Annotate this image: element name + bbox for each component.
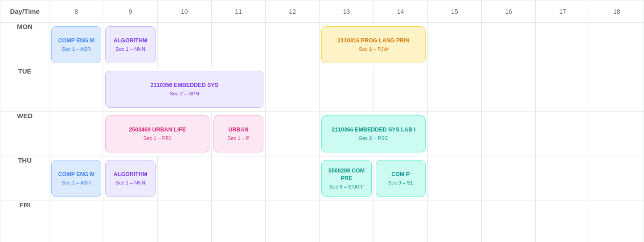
course-section: Sec 9 – STAFF: [329, 184, 364, 190]
cell-tue-col18: [590, 67, 644, 112]
course-name: ALGORITHM: [114, 37, 148, 45]
course-section: Sec 9 – S1: [388, 180, 413, 186]
cell-mon-col18: [590, 23, 644, 67]
cell-wed-col13: 2110366 EMBEDDED SYS LAB ISec 2 – PSC: [320, 112, 428, 156]
cell-fri-col17: [536, 201, 590, 242]
cell-mon-col16: [482, 23, 536, 67]
cell-wed-col16: [482, 112, 536, 156]
course-name: COMP ENG M: [58, 37, 94, 45]
course-section: Sec 1 – NNN: [115, 46, 145, 53]
cell-tue-col15: [427, 67, 481, 112]
course-section: Sec 1 – ASR: [62, 46, 91, 53]
empty-cell: [590, 201, 644, 242]
cell-fri-col16: [482, 201, 536, 242]
cell-thu-col16: [482, 156, 536, 201]
cell-inner: 2110366 EMBEDDED SYS LAB ISec 2 – PSC: [320, 112, 427, 156]
day-label-mon: MON: [0, 23, 49, 67]
course-section: Sec 2 – SPN: [170, 90, 199, 97]
row-mon: MONCOMP ENG MSec 1 – ASRALGORITHMSec 1 –…: [0, 23, 644, 67]
cell-mon-col9: ALGORITHMSec 1 – NNN: [103, 23, 157, 67]
empty-cell: [158, 156, 211, 201]
empty-cell: [482, 112, 535, 156]
cell-mon-col15: [427, 23, 481, 67]
time-col-17: 17: [536, 0, 590, 23]
empty-cell: [212, 201, 265, 242]
empty-cell: [158, 23, 211, 67]
row-wed: WED2503469 URBAN LIFESec 1 – PPJURBANSec…: [0, 112, 644, 156]
cell-fri-col10: [157, 201, 211, 242]
cell-thu-col13: 5500208 COM PRESec 9 – STAFF: [320, 156, 373, 201]
cell-wed-col17: [536, 112, 590, 156]
empty-cell: [320, 67, 373, 111]
cell-wed-col18: [590, 112, 644, 156]
course-name: COM P: [391, 171, 410, 179]
cell-tue-col12: [266, 67, 320, 112]
row-fri: FRI: [0, 201, 644, 242]
empty-cell: [590, 112, 644, 156]
cell-wed-col9: 2503469 URBAN LIFESec 1 – PPJ: [103, 112, 212, 156]
cell-mon-col12: [266, 23, 320, 67]
course-name: 2503469 URBAN LIFE: [129, 126, 186, 134]
course-block-wed-urban[interactable]: URBANSec 1 – P: [213, 115, 263, 152]
course-section: Sec 1 – NNN: [115, 180, 145, 186]
header-row: Day/Time 8 9 10 11 12 13 14 15 16 17 18: [0, 0, 644, 23]
cell-thu-col18: [590, 156, 644, 201]
empty-cell: [590, 23, 644, 67]
course-section: Sec 1 – P: [227, 135, 250, 142]
empty-cell: [266, 23, 319, 67]
course-name: URBAN: [229, 126, 249, 134]
time-col-11: 11: [211, 0, 265, 23]
empty-cell: [482, 201, 535, 242]
empty-cell: [103, 201, 157, 242]
cell-wed-col11: URBANSec 1 – P: [211, 112, 265, 156]
course-block-tue-embedded-sys[interactable]: 2110356 EMBEDDED SYSSec 2 – SPN: [105, 71, 263, 108]
cell-fri-col13: [320, 201, 373, 242]
empty-cell: [482, 23, 535, 67]
empty-cell: [482, 156, 535, 201]
cell-fri-col12: [266, 201, 320, 242]
time-col-10: 10: [157, 0, 211, 23]
course-block-mon-comp-eng[interactable]: COMP ENG MSec 1 – ASR: [51, 26, 101, 63]
empty-cell: [428, 112, 481, 156]
time-col-9: 9: [103, 0, 157, 23]
time-col-15: 15: [427, 0, 481, 23]
empty-cell: [428, 156, 481, 201]
cell-inner: COM PSec 9 – S1: [374, 156, 427, 201]
cell-fri-col14: [373, 201, 427, 242]
empty-cell: [49, 67, 103, 111]
schedule-wrapper: Day/Time 8 9 10 11 12 13 14 15 16 17 18 …: [0, 0, 644, 242]
empty-cell: [536, 112, 589, 156]
course-block-mon-algorithm[interactable]: ALGORITHMSec 1 – NNN: [105, 26, 155, 63]
course-block-wed-embedded-lab[interactable]: 2110366 EMBEDDED SYS LAB ISec 2 – PSC: [321, 115, 426, 152]
empty-cell: [482, 67, 535, 111]
empty-cell: [49, 201, 103, 242]
course-block-mon-prog-lang[interactable]: 2110316 PROG LANG PRINSec 1 – PJW: [321, 26, 426, 63]
cell-thu-col17: [536, 156, 590, 201]
course-block-thu-algorithm[interactable]: ALGORITHMSec 1 – NNN: [105, 160, 155, 197]
cell-inner: COMP ENG MSec 1 – ASR: [49, 23, 103, 67]
course-section: Sec 2 – PSC: [359, 135, 388, 142]
day-label-tue: TUE: [0, 67, 49, 112]
empty-cell: [266, 201, 319, 242]
course-name: 5500208 COM PRE: [324, 167, 369, 183]
course-block-thu-com-pre[interactable]: 5500208 COM PRESec 9 – STAFF: [321, 160, 371, 197]
empty-cell: [536, 156, 589, 201]
cell-fri-col11: [211, 201, 265, 242]
empty-cell: [428, 201, 481, 242]
empty-cell: [266, 112, 319, 156]
course-block-thu-com-p[interactable]: COM PSec 9 – S1: [376, 160, 426, 197]
empty-cell: [428, 23, 481, 67]
cell-fri-col8: [49, 201, 103, 242]
course-block-thu-comp-eng[interactable]: COMP ENG MSec 1 – ASR: [51, 160, 101, 197]
day-label-thu: THU: [0, 156, 49, 201]
course-name: 2110316 PROG LANG PRIN: [338, 37, 410, 45]
cell-wed-col15: [427, 112, 481, 156]
cell-tue-col8: [49, 67, 103, 112]
row-thu: THUCOMP ENG MSec 1 – ASRALGORITHMSec 1 –…: [0, 156, 644, 201]
cell-mon-col8: COMP ENG MSec 1 – ASR: [49, 23, 103, 67]
time-col-14: 14: [373, 0, 427, 23]
time-col-13: 13: [320, 0, 373, 23]
course-block-wed-urban-life[interactable]: 2503469 URBAN LIFESec 1 – PPJ: [105, 115, 209, 152]
cell-fri-col9: [103, 201, 157, 242]
time-col-12: 12: [266, 0, 320, 23]
